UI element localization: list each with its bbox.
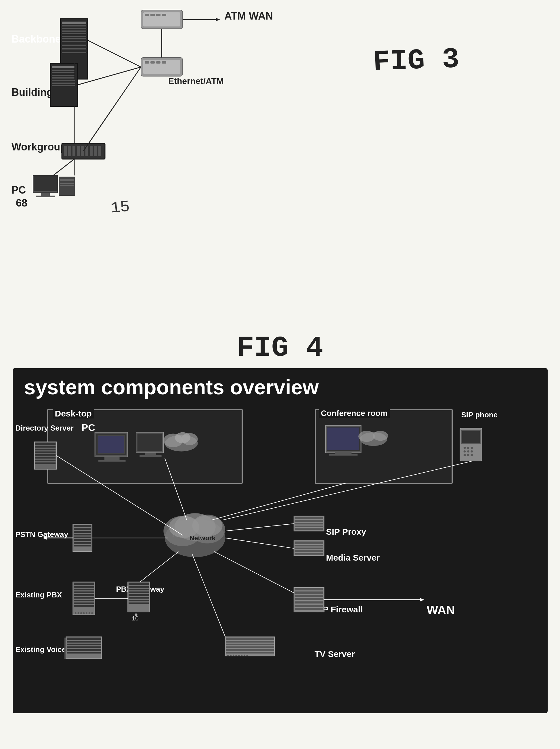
svg-rect-119: [73, 545, 91, 547]
svg-rect-115: [73, 534, 91, 536]
svg-rect-125: [295, 523, 323, 525]
svg-rect-186: [226, 649, 274, 651]
svg-rect-1: [62, 22, 86, 24]
fig3-diagram: Backbone Building Workgroup PC 68 ATM WA…: [0, 0, 560, 331]
fig4-content: Desk-top Conference room Directory Serve…: [13, 406, 547, 708]
svg-point-101: [464, 454, 466, 456]
voice-mail-label: Existing Voice mail: [16, 645, 83, 655]
svg-point-95: [464, 447, 466, 449]
svg-rect-122: [294, 516, 324, 531]
svg-rect-14: [52, 70, 75, 71]
sip-phone-label: SIP phone: [461, 410, 498, 420]
svg-rect-17: [52, 78, 75, 79]
svg-point-191: [235, 655, 237, 656]
pc-label: PC: [12, 184, 26, 196]
svg-point-148: [86, 613, 87, 614]
svg-rect-46: [143, 60, 180, 74]
svg-rect-129: [295, 542, 323, 544]
svg-point-193: [241, 655, 242, 656]
svg-rect-127: [295, 528, 323, 530]
ethernet-atm-label: Ethernet/ATM: [168, 76, 224, 86]
svg-rect-39: [141, 10, 182, 29]
conference-box: Conference room: [315, 409, 453, 484]
svg-point-144: [75, 613, 77, 614]
svg-rect-159: [129, 603, 149, 604]
svg-rect-139: [73, 594, 94, 596]
svg-rect-5: [62, 33, 86, 34]
svg-rect-92: [460, 428, 482, 461]
network-label: Network: [172, 530, 202, 539]
svg-rect-28: [90, 146, 93, 156]
svg-line-53: [88, 40, 141, 67]
svg-point-194: [244, 655, 245, 656]
svg-point-145: [78, 613, 79, 614]
svg-rect-140: [73, 597, 94, 599]
svg-rect-42: [150, 14, 155, 16]
svg-point-97: [471, 447, 473, 449]
svg-line-201: [225, 524, 294, 531]
svg-point-98: [464, 450, 466, 453]
svg-rect-32: [34, 176, 57, 191]
svg-point-160: [135, 614, 137, 616]
pbx-gateway-label: PBX Gateway: [116, 584, 165, 594]
backbone-label: Backbone: [12, 33, 61, 45]
svg-line-55: [83, 67, 141, 151]
svg-rect-181: [225, 637, 275, 656]
svg-rect-37: [60, 183, 73, 184]
svg-rect-45: [141, 58, 182, 76]
svg-rect-48: [150, 61, 155, 64]
svg-rect-9: [62, 45, 86, 46]
svg-point-190: [232, 655, 234, 656]
svg-rect-31: [33, 175, 58, 193]
svg-rect-93: [461, 430, 481, 444]
svg-point-102: [467, 454, 469, 456]
media-server-label: Media Server: [326, 553, 380, 563]
desktop-label: Desk-top: [52, 409, 94, 419]
svg-rect-10: [62, 48, 86, 49]
svg-rect-0: [60, 19, 88, 79]
svg-line-54: [78, 67, 141, 85]
svg-rect-132: [295, 550, 323, 552]
svg-rect-2: [62, 25, 86, 26]
svg-rect-131: [295, 548, 323, 549]
svg-rect-183: [226, 641, 274, 643]
svg-rect-126: [295, 526, 323, 527]
svg-point-188: [227, 655, 229, 656]
svg-text:10: 10: [132, 615, 138, 622]
svg-rect-156: [129, 594, 149, 596]
svg-point-189: [230, 655, 232, 656]
system-title-bar: system components overview: [13, 368, 547, 406]
svg-rect-24: [72, 146, 76, 156]
svg-rect-35: [59, 177, 75, 196]
svg-point-146: [80, 613, 82, 614]
building-label: Building: [12, 86, 53, 99]
svg-rect-11: [62, 52, 86, 53]
svg-rect-124: [295, 520, 323, 522]
svg-line-205: [192, 554, 225, 637]
svg-rect-141: [73, 600, 94, 601]
svg-rect-33: [41, 193, 50, 196]
svg-rect-165: [295, 595, 323, 597]
svg-rect-41: [145, 14, 149, 16]
desktop-box: Desk-top: [47, 409, 243, 484]
svg-point-149: [88, 613, 90, 614]
svg-rect-34: [36, 196, 55, 197]
svg-rect-111: [73, 524, 92, 551]
workgroup-label: Workgroup: [12, 141, 66, 153]
fig4-title-area: FIG 4: [0, 331, 560, 365]
svg-rect-113: [73, 528, 91, 530]
svg-rect-163: [295, 588, 323, 591]
pstn-gateway-label: PSTN Gateway: [16, 530, 68, 540]
svg-rect-117: [73, 539, 91, 541]
svg-rect-137: [73, 589, 94, 591]
tv-server-label: TV Server: [315, 649, 355, 659]
svg-point-103: [471, 454, 473, 456]
svg-rect-142: [73, 603, 94, 604]
svg-line-203: [140, 552, 179, 582]
conference-room-label: Conference room: [319, 409, 390, 418]
svg-rect-21: [62, 143, 105, 159]
svg-line-198: [211, 483, 346, 520]
wan-label: WAN: [427, 603, 455, 617]
sip-firewall-label: SIP Firewall: [315, 605, 363, 614]
svg-rect-43: [156, 14, 160, 16]
